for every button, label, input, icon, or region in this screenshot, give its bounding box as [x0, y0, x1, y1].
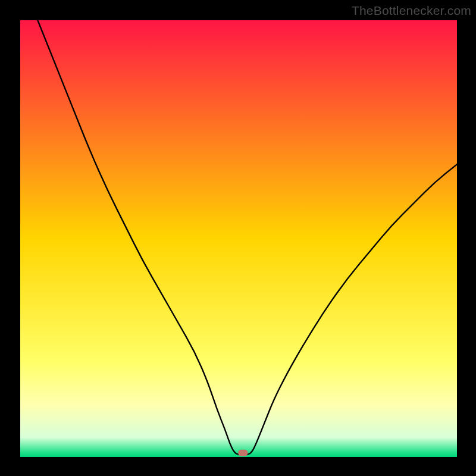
- chart-plot-area: [20, 20, 457, 457]
- chart-svg: [20, 20, 457, 457]
- optimal-point-marker: [238, 450, 248, 456]
- gradient-background: [20, 20, 457, 457]
- watermark-text: TheBottlenecker.com: [352, 4, 471, 18]
- chart-frame: TheBottlenecker.com: [0, 0, 476, 476]
